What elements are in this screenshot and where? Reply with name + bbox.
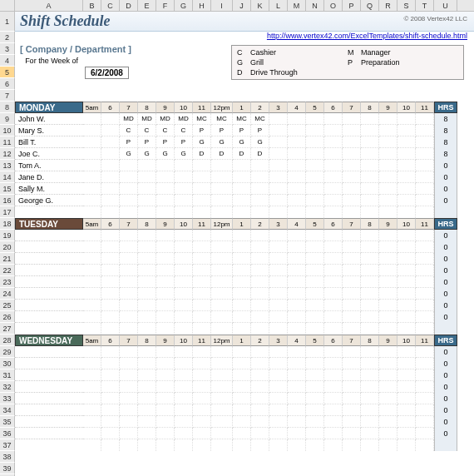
shift-cell[interactable]: [251, 300, 269, 311]
shift-cell[interactable]: [269, 230, 288, 241]
shift-cell[interactable]: [251, 241, 269, 253]
shift-cell[interactable]: [138, 404, 156, 416]
shift-cell[interactable]: [269, 428, 288, 439]
column-header-U[interactable]: U: [434, 0, 457, 11]
shift-cell[interactable]: [138, 160, 156, 171]
shift-cell[interactable]: [175, 369, 193, 381]
shift-cell[interactable]: [306, 125, 324, 136]
shift-cell[interactable]: [138, 300, 156, 311]
shift-cell[interactable]: [379, 125, 397, 136]
shift-cell[interactable]: [175, 171, 193, 183]
shift-cell[interactable]: [343, 171, 361, 183]
shift-cell[interactable]: [306, 148, 324, 160]
shift-cell[interactable]: [397, 113, 416, 125]
shift-cell[interactable]: [211, 241, 233, 253]
shift-cell[interactable]: [324, 288, 343, 300]
shift-cell[interactable]: [83, 381, 101, 393]
shift-cell[interactable]: [269, 241, 288, 253]
shift-cell[interactable]: [288, 381, 306, 393]
shift-cell[interactable]: [343, 358, 361, 369]
shift-cell[interactable]: [379, 428, 397, 439]
shift-cell[interactable]: [361, 288, 379, 300]
shift-cell[interactable]: [379, 276, 397, 288]
row-header-30[interactable]: 30: [0, 358, 15, 369]
shift-cell[interactable]: [324, 125, 343, 136]
employee-name[interactable]: Sally M.: [15, 183, 83, 195]
shift-cell[interactable]: [343, 428, 361, 439]
shift-cell[interactable]: [416, 300, 434, 311]
shift-cell[interactable]: [324, 369, 343, 381]
shift-cell[interactable]: [101, 113, 120, 125]
shift-cell[interactable]: [379, 300, 397, 311]
shift-cell[interactable]: [138, 358, 156, 369]
shift-cell[interactable]: [156, 253, 175, 265]
column-header-N[interactable]: N: [306, 0, 324, 11]
shift-cell[interactable]: [175, 381, 193, 393]
shift-cell[interactable]: [288, 230, 306, 241]
shift-cell[interactable]: [306, 346, 324, 358]
shift-cell[interactable]: MC: [211, 113, 233, 125]
shift-cell[interactable]: [211, 276, 233, 288]
shift-cell[interactable]: [120, 300, 138, 311]
shift-cell[interactable]: [361, 358, 379, 369]
shift-cell[interactable]: [416, 113, 434, 125]
shift-cell[interactable]: [343, 230, 361, 241]
column-header-D[interactable]: D: [120, 0, 138, 11]
shift-cell[interactable]: [324, 113, 343, 125]
shift-cell[interactable]: [156, 183, 175, 195]
shift-cell[interactable]: [416, 393, 434, 404]
shift-cell[interactable]: [306, 358, 324, 369]
shift-cell[interactable]: [156, 311, 175, 323]
shift-cell[interactable]: [397, 183, 416, 195]
shift-cell[interactable]: [175, 241, 193, 253]
shift-cell[interactable]: MC: [233, 113, 251, 125]
column-header-I[interactable]: I: [211, 0, 233, 11]
shift-cell[interactable]: D: [233, 148, 251, 160]
row-header-29[interactable]: 29: [0, 346, 15, 358]
shift-cell[interactable]: [120, 276, 138, 288]
shift-cell[interactable]: [288, 358, 306, 369]
shift-cell[interactable]: [361, 311, 379, 323]
shift-cell[interactable]: [269, 195, 288, 206]
shift-cell[interactable]: [193, 276, 211, 288]
shift-cell[interactable]: [288, 416, 306, 428]
shift-cell[interactable]: [343, 160, 361, 171]
shift-cell[interactable]: [269, 253, 288, 265]
shift-cell[interactable]: [120, 393, 138, 404]
shift-cell[interactable]: [211, 404, 233, 416]
shift-cell[interactable]: [193, 416, 211, 428]
shift-cell[interactable]: [361, 265, 379, 276]
shift-cell[interactable]: [233, 358, 251, 369]
shift-cell[interactable]: [83, 230, 101, 241]
employee-name[interactable]: [15, 358, 83, 369]
shift-cell[interactable]: [324, 265, 343, 276]
shift-cell[interactable]: [361, 230, 379, 241]
column-header-R[interactable]: R: [379, 0, 397, 11]
shift-cell[interactable]: [416, 195, 434, 206]
shift-cell[interactable]: [120, 195, 138, 206]
shift-cell[interactable]: [193, 300, 211, 311]
shift-cell[interactable]: [306, 265, 324, 276]
shift-cell[interactable]: C: [120, 125, 138, 136]
employee-name[interactable]: [15, 428, 83, 439]
shift-cell[interactable]: [251, 276, 269, 288]
shift-cell[interactable]: [211, 346, 233, 358]
shift-cell[interactable]: [324, 381, 343, 393]
shift-cell[interactable]: [306, 241, 324, 253]
shift-cell[interactable]: [83, 148, 101, 160]
shift-cell[interactable]: [138, 393, 156, 404]
shift-cell[interactable]: [251, 195, 269, 206]
shift-cell[interactable]: [269, 265, 288, 276]
shift-cell[interactable]: [156, 393, 175, 404]
column-header-G[interactable]: G: [175, 0, 193, 11]
shift-cell[interactable]: [138, 311, 156, 323]
row-header-23[interactable]: 23: [0, 276, 15, 288]
shift-cell[interactable]: [361, 393, 379, 404]
shift-cell[interactable]: [251, 160, 269, 171]
row-header-27[interactable]: 27: [0, 323, 15, 335]
shift-cell[interactable]: [83, 241, 101, 253]
shift-cell[interactable]: [324, 428, 343, 439]
row-header-24[interactable]: 24: [0, 288, 15, 300]
shift-cell[interactable]: [416, 253, 434, 265]
column-header-Q[interactable]: Q: [361, 0, 379, 11]
